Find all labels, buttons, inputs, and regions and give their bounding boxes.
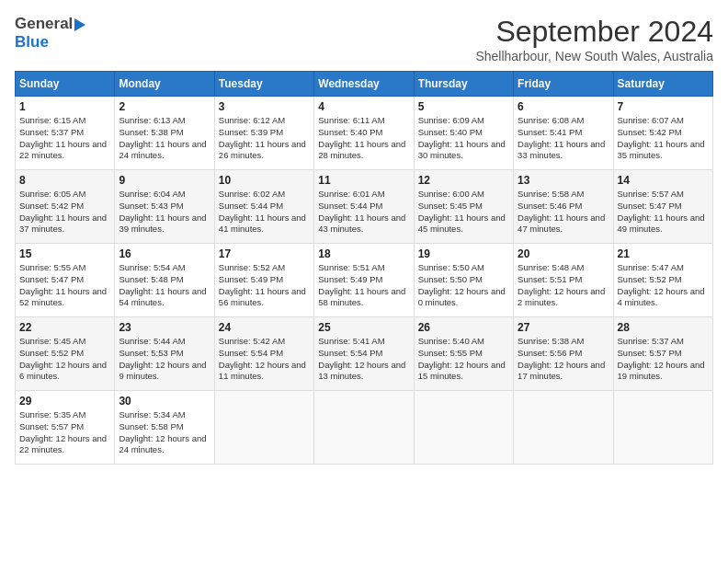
day-info: Sunrise: 6:13 AMSunset: 5:38 PMDaylight:… [119, 115, 210, 162]
table-row: 17Sunrise: 5:52 AMSunset: 5:49 PMDayligh… [214, 244, 313, 317]
logo-general-text: General [15, 15, 73, 33]
table-row: 24Sunrise: 5:42 AMSunset: 5:54 PMDayligh… [214, 317, 313, 391]
day-info: Sunrise: 5:50 AMSunset: 5:50 PMDaylight:… [418, 262, 509, 309]
page-header: General Blue September 2024 Shellharbour… [15, 15, 713, 63]
logo-blue-text: Blue [15, 33, 49, 51]
day-number: 2 [119, 100, 210, 113]
day-number: 21 [618, 247, 709, 260]
day-info: Sunrise: 5:35 AMSunset: 5:57 PMDaylight:… [19, 409, 110, 456]
table-row [514, 391, 613, 465]
day-info: Sunrise: 6:04 AMSunset: 5:43 PMDaylight:… [119, 189, 210, 236]
table-row: 16Sunrise: 5:54 AMSunset: 5:48 PMDayligh… [115, 244, 214, 317]
day-number: 16 [119, 247, 210, 260]
day-number: 13 [518, 174, 609, 187]
col-saturday: Saturday [613, 72, 712, 97]
table-row: 23Sunrise: 5:44 AMSunset: 5:53 PMDayligh… [115, 317, 214, 391]
day-number: 22 [19, 321, 110, 334]
day-number: 12 [418, 174, 509, 187]
day-info: Sunrise: 5:54 AMSunset: 5:48 PMDaylight:… [119, 262, 210, 309]
day-number: 6 [518, 100, 609, 113]
day-info: Sunrise: 5:42 AMSunset: 5:54 PMDaylight:… [219, 336, 310, 383]
table-row: 22Sunrise: 5:45 AMSunset: 5:52 PMDayligh… [16, 317, 115, 391]
day-number: 26 [418, 321, 509, 334]
table-row: 5Sunrise: 6:09 AMSunset: 5:40 PMDaylight… [414, 97, 513, 170]
calendar-week-row: 22Sunrise: 5:45 AMSunset: 5:52 PMDayligh… [16, 317, 713, 391]
table-row: 26Sunrise: 5:40 AMSunset: 5:55 PMDayligh… [414, 317, 513, 391]
day-info: Sunrise: 5:51 AMSunset: 5:49 PMDaylight:… [318, 262, 409, 309]
day-info: Sunrise: 6:01 AMSunset: 5:44 PMDaylight:… [318, 189, 409, 236]
table-row: 2Sunrise: 6:13 AMSunset: 5:38 PMDaylight… [115, 97, 214, 170]
day-number: 20 [518, 247, 609, 260]
day-info: Sunrise: 5:34 AMSunset: 5:58 PMDaylight:… [119, 409, 210, 456]
month-title: September 2024 [475, 15, 713, 49]
table-row: 8Sunrise: 6:05 AMSunset: 5:42 PMDaylight… [16, 170, 115, 244]
day-number: 7 [618, 100, 709, 113]
table-row: 1Sunrise: 6:15 AMSunset: 5:37 PMDaylight… [16, 97, 115, 170]
col-tuesday: Tuesday [214, 72, 313, 97]
day-info: Sunrise: 5:38 AMSunset: 5:56 PMDaylight:… [518, 336, 609, 383]
day-info: Sunrise: 6:09 AMSunset: 5:40 PMDaylight:… [418, 115, 509, 162]
table-row: 19Sunrise: 5:50 AMSunset: 5:50 PMDayligh… [414, 244, 513, 317]
day-info: Sunrise: 5:52 AMSunset: 5:49 PMDaylight:… [219, 262, 310, 309]
day-info: Sunrise: 5:44 AMSunset: 5:53 PMDaylight:… [119, 336, 210, 383]
day-info: Sunrise: 5:47 AMSunset: 5:52 PMDaylight:… [618, 262, 709, 309]
day-info: Sunrise: 5:55 AMSunset: 5:47 PMDaylight:… [19, 262, 110, 309]
day-number: 28 [618, 321, 709, 334]
table-row: 15Sunrise: 5:55 AMSunset: 5:47 PMDayligh… [16, 244, 115, 317]
table-row: 9Sunrise: 6:04 AMSunset: 5:43 PMDaylight… [115, 170, 214, 244]
day-number: 23 [119, 321, 210, 334]
day-number: 30 [119, 395, 210, 408]
table-row: 13Sunrise: 5:58 AMSunset: 5:46 PMDayligh… [514, 170, 613, 244]
table-row: 25Sunrise: 5:41 AMSunset: 5:54 PMDayligh… [314, 317, 414, 391]
table-row: 30Sunrise: 5:34 AMSunset: 5:58 PMDayligh… [115, 391, 214, 465]
table-row: 27Sunrise: 5:38 AMSunset: 5:56 PMDayligh… [514, 317, 613, 391]
day-number: 8 [19, 174, 110, 187]
col-friday: Friday [514, 72, 613, 97]
day-number: 11 [318, 174, 409, 187]
day-info: Sunrise: 5:37 AMSunset: 5:57 PMDaylight:… [618, 336, 709, 383]
table-row: 12Sunrise: 6:00 AMSunset: 5:45 PMDayligh… [414, 170, 513, 244]
day-info: Sunrise: 5:45 AMSunset: 5:52 PMDaylight:… [19, 336, 110, 383]
title-block: September 2024 Shellharbour, New South W… [475, 15, 713, 63]
table-row [314, 391, 414, 465]
day-number: 25 [318, 321, 409, 334]
day-number: 14 [618, 174, 709, 187]
day-info: Sunrise: 6:12 AMSunset: 5:39 PMDaylight:… [219, 115, 310, 162]
calendar-table: Sunday Monday Tuesday Wednesday Thursday… [15, 71, 713, 465]
day-number: 1 [19, 100, 110, 113]
table-row [414, 391, 513, 465]
table-row: 7Sunrise: 6:07 AMSunset: 5:42 PMDaylight… [613, 97, 712, 170]
day-info: Sunrise: 5:41 AMSunset: 5:54 PMDaylight:… [318, 336, 409, 383]
header-row: Sunday Monday Tuesday Wednesday Thursday… [16, 72, 713, 97]
day-number: 5 [418, 100, 509, 113]
col-thursday: Thursday [414, 72, 513, 97]
table-row: 20Sunrise: 5:48 AMSunset: 5:51 PMDayligh… [514, 244, 613, 317]
col-wednesday: Wednesday [314, 72, 414, 97]
day-number: 3 [219, 100, 310, 113]
location-text: Shellharbour, New South Wales, Australia [475, 49, 713, 63]
table-row [613, 391, 712, 465]
day-number: 27 [518, 321, 609, 334]
day-number: 24 [219, 321, 310, 334]
day-info: Sunrise: 6:07 AMSunset: 5:42 PMDaylight:… [618, 115, 709, 162]
day-number: 18 [318, 247, 409, 260]
day-number: 29 [19, 395, 110, 408]
col-monday: Monday [115, 72, 214, 97]
day-number: 4 [318, 100, 409, 113]
table-row: 4Sunrise: 6:11 AMSunset: 5:40 PMDaylight… [314, 97, 414, 170]
table-row: 10Sunrise: 6:02 AMSunset: 5:44 PMDayligh… [214, 170, 313, 244]
day-number: 10 [219, 174, 310, 187]
calendar-week-row: 15Sunrise: 5:55 AMSunset: 5:47 PMDayligh… [16, 244, 713, 317]
day-number: 17 [219, 247, 310, 260]
table-row: 21Sunrise: 5:47 AMSunset: 5:52 PMDayligh… [613, 244, 712, 317]
day-info: Sunrise: 6:00 AMSunset: 5:45 PMDaylight:… [418, 189, 509, 236]
day-info: Sunrise: 6:15 AMSunset: 5:37 PMDaylight:… [19, 115, 110, 162]
col-sunday: Sunday [16, 72, 115, 97]
table-row: 29Sunrise: 5:35 AMSunset: 5:57 PMDayligh… [16, 391, 115, 465]
day-number: 15 [19, 247, 110, 260]
table-row: 3Sunrise: 6:12 AMSunset: 5:39 PMDaylight… [214, 97, 313, 170]
calendar-week-row: 1Sunrise: 6:15 AMSunset: 5:37 PMDaylight… [16, 97, 713, 170]
day-number: 19 [418, 247, 509, 260]
table-row: 11Sunrise: 6:01 AMSunset: 5:44 PMDayligh… [314, 170, 414, 244]
day-info: Sunrise: 6:11 AMSunset: 5:40 PMDaylight:… [318, 115, 409, 162]
